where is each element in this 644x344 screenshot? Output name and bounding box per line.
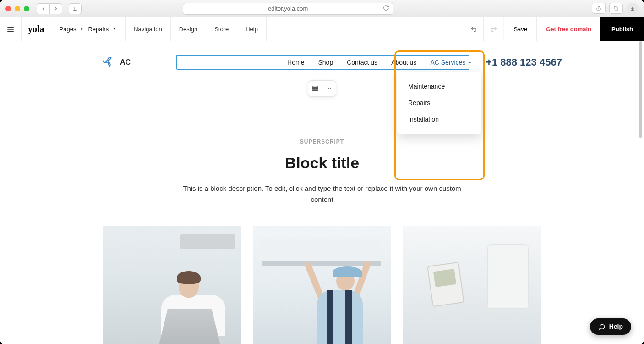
ac-services-dropdown: Maintenance Repairs Installation [397, 72, 481, 134]
current-page-name: Repairs [88, 26, 109, 33]
card-image-3[interactable] [403, 226, 541, 344]
svg-rect-15 [312, 90, 318, 91]
block-description[interactable]: This is a block description. To edit, cl… [175, 183, 469, 205]
more-button[interactable] [322, 81, 336, 96]
toolbar-store[interactable]: Store [206, 17, 237, 41]
main-menu-button[interactable] [0, 17, 22, 41]
close-window-button[interactable] [5, 6, 11, 11]
url-text: editor.yola.com [268, 5, 308, 12]
publish-button[interactable]: Publish [600, 17, 644, 41]
block-title[interactable]: Block title [18, 154, 626, 172]
undo-button[interactable] [464, 17, 484, 41]
get-free-domain-button[interactable]: Get free domain [536, 17, 600, 41]
scrollbar[interactable] [638, 41, 643, 344]
chevron-down-icon [112, 26, 117, 33]
browser-chrome: editor.yola.com [0, 0, 644, 17]
site-nav-selected[interactable]: Home Shop Contact us About us AC Service… [176, 55, 469, 70]
help-fab[interactable]: Help [590, 318, 631, 335]
back-button[interactable] [37, 3, 49, 14]
element-toolbar [308, 80, 336, 97]
card-image-2[interactable] [253, 226, 391, 344]
fan-icon [101, 55, 115, 70]
address-bar[interactable]: editor.yola.com [183, 3, 393, 15]
svg-marker-9 [82, 28, 83, 30]
svg-rect-13 [312, 86, 318, 88]
svg-point-16 [327, 88, 327, 89]
editor-canvas[interactable]: AC Home Shop Contact us About us AC Serv… [0, 41, 644, 344]
brand-name: AC [120, 58, 131, 67]
card-image-1[interactable] [103, 226, 241, 344]
editor-toolbar: yola Pages Repairs Navigation Design Sto… [0, 17, 644, 41]
nav-home[interactable]: Home [287, 59, 304, 66]
forward-button[interactable] [49, 3, 62, 14]
chevron-right-icon [80, 26, 84, 33]
nav-contact[interactable]: Contact us [347, 59, 377, 66]
redo-button[interactable] [484, 17, 504, 41]
card-row [18, 226, 626, 344]
sidebar-toggle-button[interactable] [69, 3, 82, 14]
chevron-up-icon [468, 61, 472, 64]
window-controls [5, 6, 29, 11]
svg-rect-14 [312, 88, 318, 89]
svg-rect-3 [615, 7, 618, 10]
chat-icon [598, 323, 606, 330]
reload-icon[interactable] [383, 5, 389, 12]
share-button[interactable] [592, 3, 606, 14]
block-superscript[interactable]: SUPERSCRIPT [18, 139, 626, 145]
svg-rect-0 [73, 7, 77, 10]
minimize-window-button[interactable] [15, 6, 20, 11]
pages-label: Pages [60, 26, 76, 33]
svg-marker-12 [469, 62, 471, 63]
nav-shop[interactable]: Shop [318, 59, 333, 66]
svg-point-18 [330, 88, 331, 89]
download-button[interactable] [627, 3, 639, 15]
site-header: AC Home Shop Contact us About us AC Serv… [0, 41, 644, 74]
toolbar-navigation[interactable]: Navigation [126, 17, 170, 41]
tabs-button[interactable] [609, 3, 623, 14]
help-fab-label: Help [609, 323, 623, 330]
content-block[interactable]: SUPERSCRIPT Block title This is a block … [0, 74, 644, 344]
layout-button[interactable] [308, 81, 322, 96]
nav-about[interactable]: About us [391, 59, 416, 66]
toolbar-help[interactable]: Help [237, 17, 267, 41]
toolbar-design[interactable]: Design [171, 17, 206, 41]
svg-marker-10 [113, 28, 116, 29]
site-brand[interactable]: AC [101, 55, 131, 70]
yola-logo[interactable]: yola [22, 17, 51, 41]
dropdown-item-maintenance[interactable]: Maintenance [397, 78, 481, 94]
maximize-window-button[interactable] [24, 6, 29, 11]
dropdown-item-installation[interactable]: Installation [397, 111, 481, 128]
pages-breadcrumb[interactable]: Pages Repairs [51, 17, 126, 41]
site-phone[interactable]: +1 888 123 4567 [486, 56, 562, 68]
nav-ac-services[interactable]: AC Services [430, 59, 472, 66]
save-button[interactable]: Save [504, 17, 536, 41]
svg-point-17 [328, 88, 329, 89]
scrollbar-thumb[interactable] [639, 41, 642, 138]
dropdown-item-repairs[interactable]: Repairs [397, 94, 481, 111]
